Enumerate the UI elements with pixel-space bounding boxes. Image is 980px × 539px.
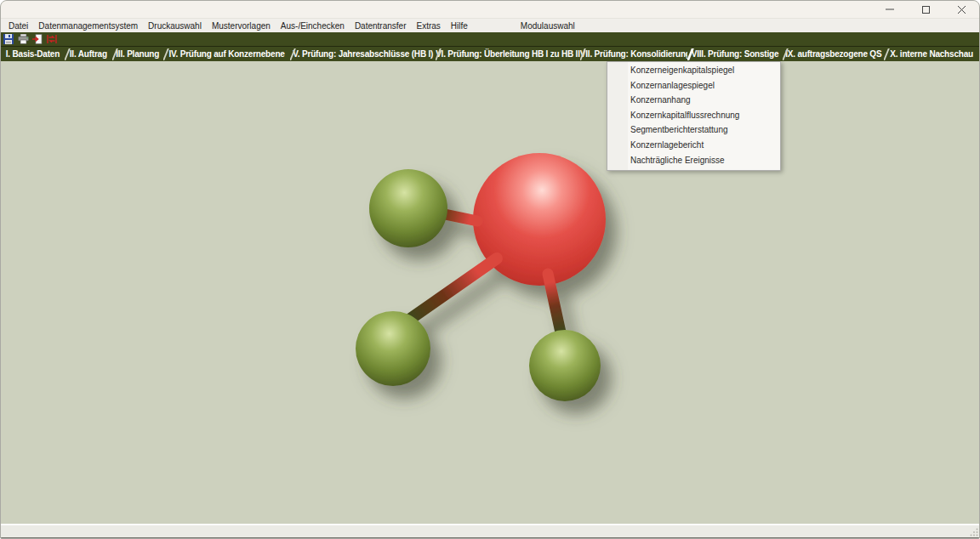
close-button[interactable]: [943, 1, 979, 18]
green-atom-top-left: [369, 169, 447, 247]
green-atom-bottom-left: [356, 311, 430, 386]
close-icon: [958, 6, 966, 14]
menubar: Datei Datenmanagementsystem Druckauswahl…: [1, 19, 979, 32]
statusbar: [1, 524, 979, 537]
double-arrow-icon: [47, 34, 57, 44]
menu-item-konzernlagebericht[interactable]: Konzernlagebericht: [607, 138, 780, 153]
tab-pruefung-sonstige[interactable]: VIII. Prüfung: Sonstige: [687, 47, 783, 62]
menu-hilfe[interactable]: Hilfe: [446, 21, 473, 31]
menu-item-nachtraegliche-ereignisse[interactable]: Nachträgliche Ereignisse: [607, 153, 780, 168]
tab-auftragsbezogene-qs[interactable]: IX. auftragsbezogene QS: [783, 47, 884, 62]
menu-item-konzernkapitalflussrechnung[interactable]: Konzernkapitalflussrechnung: [607, 108, 780, 123]
checkout-button[interactable]: [31, 34, 43, 45]
maximize-icon: [922, 6, 930, 14]
menu-aus-einchecken[interactable]: Aus-/Einchecken: [276, 21, 350, 31]
tab-auftrag[interactable]: II. Auftrag: [65, 47, 112, 62]
menu-datentransfer[interactable]: Datentransfer: [350, 21, 412, 31]
maximize-button[interactable]: [908, 1, 943, 18]
minimize-icon: [886, 5, 894, 14]
save-icon: [3, 34, 14, 44]
app-window: Datei Datenmanagementsystem Druckauswahl…: [0, 0, 980, 539]
menu-item-konzernanhang[interactable]: Konzernanhang: [607, 93, 780, 108]
save-button[interactable]: [3, 34, 14, 45]
print-button[interactable]: [17, 34, 29, 45]
tab-pruefung-konsolidierung[interactable]: VII. Prüfung: Konsolidierung: [580, 47, 687, 62]
tab-pruefung-konzernebene[interactable]: IV. Prüfung auf Konzernebene: [163, 47, 291, 62]
print-icon: [18, 34, 29, 44]
menu-druckauswahl[interactable]: Druckauswahl: [143, 21, 207, 31]
titlebar: [1, 1, 979, 19]
tab-basis-daten[interactable]: I. Basis-Daten: [1, 47, 65, 62]
menu-item-konzernanlagespiegel[interactable]: Konzernanlagespiegel: [607, 78, 780, 94]
content-area: Konzerneigenkapitalspiegel Konzernanlage…: [1, 61, 979, 524]
menu-item-konzerneigenkapitalspiegel[interactable]: Konzerneigenkapitalspiegel: [607, 63, 780, 78]
molecule-graphic: [1, 61, 979, 524]
tab-pruefung-jahresabschluesse[interactable]: V. Prüfung: Jahresabschlüsse (HB I): [290, 47, 436, 62]
minimize-button[interactable]: [872, 1, 908, 18]
menu-extras[interactable]: Extras: [411, 21, 445, 31]
green-atom-bottom-right: [529, 330, 601, 401]
menu-modulauswahl[interactable]: Modulauswahl: [516, 21, 580, 31]
tab-planung[interactable]: III. Planung: [112, 47, 163, 62]
tab-pruefung-ueberleitung[interactable]: VI. Prüfung: Überleitung HB I zu HB II: [436, 47, 580, 62]
resize-grip[interactable]: [970, 528, 978, 536]
dropdown-menu: Konzerneigenkapitalspiegel Konzernanlage…: [607, 61, 781, 171]
menu-item-segmentberichterstattung[interactable]: Segmentberichterstattung: [607, 122, 780, 138]
tabbar: I. Basis-Daten II. Auftrag III. Planung …: [1, 46, 979, 61]
menu-datenmanagementsystem[interactable]: Datenmanagementsystem: [33, 21, 143, 31]
document-arrow-icon: [32, 34, 43, 44]
tab-interne-nachschau[interactable]: X. interne Nachschau: [884, 47, 979, 62]
checkin-button[interactable]: [46, 34, 58, 45]
toolbar: [1, 32, 979, 46]
bond-bottom-left: [409, 258, 497, 320]
menu-mustervorlagen[interactable]: Mustervorlagen: [207, 21, 276, 31]
menu-datei[interactable]: Datei: [3, 21, 33, 31]
